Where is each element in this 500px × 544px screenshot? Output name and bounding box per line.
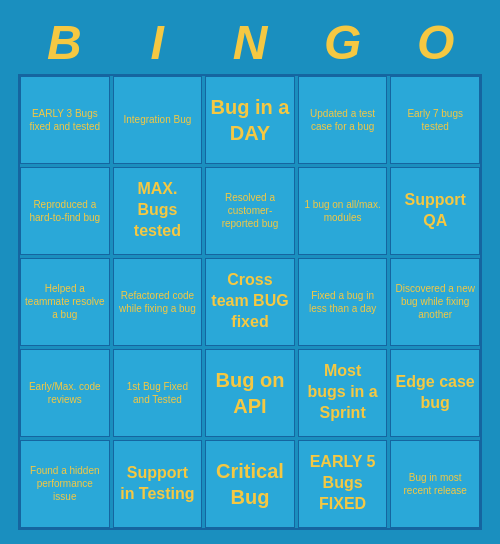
bingo-grid: EARLY 3 Bugs fixed and testedIntegration… [18,74,482,530]
bingo-cell-11[interactable]: Refactored code while fixing a bug [113,258,203,346]
letter-o: O [392,15,480,70]
bingo-cell-2[interactable]: Bug in a DAY [205,76,295,164]
bingo-cell-3[interactable]: Updated a test case for a bug [298,76,388,164]
bingo-cell-13[interactable]: Fixed a bug in less than a day [298,258,388,346]
bingo-cell-16[interactable]: 1st Bug Fixed and Tested [113,349,203,437]
bingo-header: B I N G O [18,15,482,70]
bingo-cell-17[interactable]: Bug on API [205,349,295,437]
bingo-cell-7[interactable]: Resolved a customer-reported bug [205,167,295,255]
bingo-cell-12[interactable]: Cross team BUG fixed [205,258,295,346]
bingo-cell-1[interactable]: Integration Bug [113,76,203,164]
bingo-cell-14[interactable]: Discovered a new bug while fixing anothe… [390,258,480,346]
letter-g: G [299,15,387,70]
bingo-cell-4[interactable]: Early 7 bugs tested [390,76,480,164]
bingo-cell-8[interactable]: 1 bug on all/max. modules [298,167,388,255]
bingo-cell-15[interactable]: Early/Max. code reviews [20,349,110,437]
bingo-cell-24[interactable]: Bug in most recent release [390,440,480,528]
bingo-cell-18[interactable]: Most bugs in a Sprint [298,349,388,437]
letter-n: N [206,15,294,70]
bingo-cell-9[interactable]: Support QA [390,167,480,255]
bingo-cell-6[interactable]: MAX. Bugs tested [113,167,203,255]
bingo-cell-21[interactable]: Support in Testing [113,440,203,528]
letter-b: B [20,15,108,70]
bingo-cell-20[interactable]: Found a hidden performance issue [20,440,110,528]
letter-i: I [113,15,201,70]
bingo-cell-19[interactable]: Edge case bug [390,349,480,437]
bingo-cell-23[interactable]: EARLY 5 Bugs FIXED [298,440,388,528]
bingo-cell-0[interactable]: EARLY 3 Bugs fixed and tested [20,76,110,164]
bingo-cell-10[interactable]: Helped a teammate resolve a bug [20,258,110,346]
bingo-cell-5[interactable]: Reproduced a hard-to-find bug [20,167,110,255]
bingo-card: B I N G O EARLY 3 Bugs fixed and testedI… [10,7,490,538]
bingo-cell-22[interactable]: Critical Bug [205,440,295,528]
